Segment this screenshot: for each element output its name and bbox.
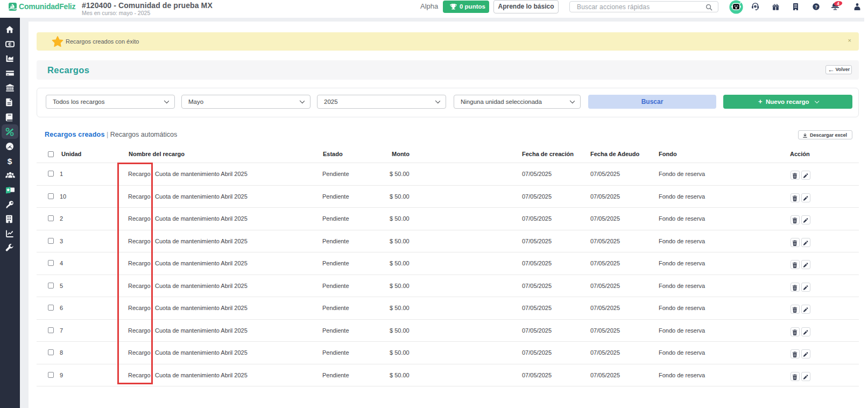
svg-text:$: $ — [8, 157, 12, 166]
svg-text:?: ? — [814, 4, 817, 9]
